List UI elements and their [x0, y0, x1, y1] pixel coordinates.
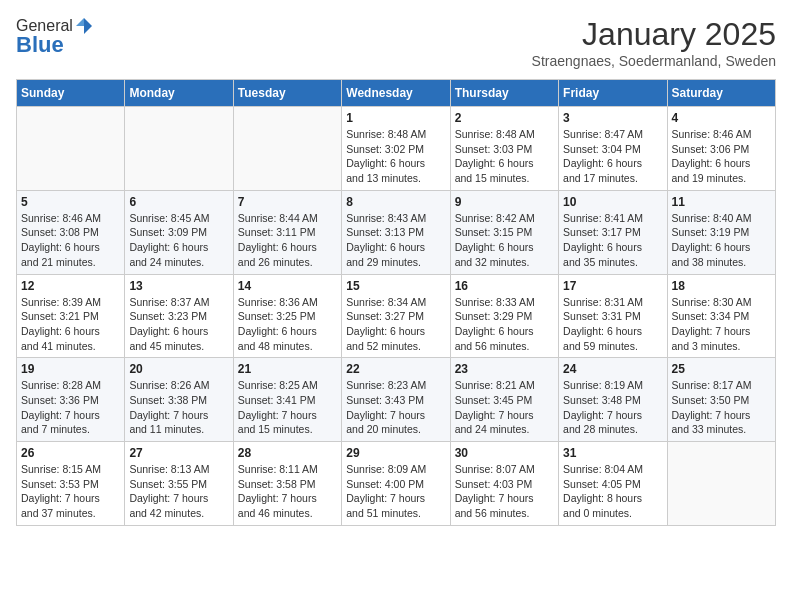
calendar-cell: 20Sunrise: 8:26 AMSunset: 3:38 PMDayligh…	[125, 358, 233, 442]
calendar-cell: 13Sunrise: 8:37 AMSunset: 3:23 PMDayligh…	[125, 274, 233, 358]
day-number: 5	[21, 195, 120, 209]
calendar-cell: 1Sunrise: 8:48 AMSunset: 3:02 PMDaylight…	[342, 107, 450, 191]
weekday-header-sunday: Sunday	[17, 80, 125, 107]
day-number: 8	[346, 195, 445, 209]
calendar-cell: 8Sunrise: 8:43 AMSunset: 3:13 PMDaylight…	[342, 190, 450, 274]
svg-marker-1	[76, 18, 84, 26]
day-number: 10	[563, 195, 662, 209]
calendar-cell: 23Sunrise: 8:21 AMSunset: 3:45 PMDayligh…	[450, 358, 558, 442]
day-info: Sunrise: 8:25 AMSunset: 3:41 PMDaylight:…	[238, 378, 337, 437]
weekday-header-tuesday: Tuesday	[233, 80, 341, 107]
day-number: 12	[21, 279, 120, 293]
calendar-cell: 18Sunrise: 8:30 AMSunset: 3:34 PMDayligh…	[667, 274, 775, 358]
day-number: 28	[238, 446, 337, 460]
day-info: Sunrise: 8:47 AMSunset: 3:04 PMDaylight:…	[563, 127, 662, 186]
day-number: 14	[238, 279, 337, 293]
day-info: Sunrise: 8:42 AMSunset: 3:15 PMDaylight:…	[455, 211, 554, 270]
day-info: Sunrise: 8:23 AMSunset: 3:43 PMDaylight:…	[346, 378, 445, 437]
day-number: 23	[455, 362, 554, 376]
calendar-week-5: 26Sunrise: 8:15 AMSunset: 3:53 PMDayligh…	[17, 442, 776, 526]
day-number: 15	[346, 279, 445, 293]
day-number: 24	[563, 362, 662, 376]
day-info: Sunrise: 8:40 AMSunset: 3:19 PMDaylight:…	[672, 211, 771, 270]
day-info: Sunrise: 8:46 AMSunset: 3:06 PMDaylight:…	[672, 127, 771, 186]
month-title: January 2025	[532, 16, 776, 53]
day-number: 19	[21, 362, 120, 376]
day-info: Sunrise: 8:15 AMSunset: 3:53 PMDaylight:…	[21, 462, 120, 521]
day-info: Sunrise: 8:36 AMSunset: 3:25 PMDaylight:…	[238, 295, 337, 354]
day-info: Sunrise: 8:39 AMSunset: 3:21 PMDaylight:…	[21, 295, 120, 354]
day-info: Sunrise: 8:34 AMSunset: 3:27 PMDaylight:…	[346, 295, 445, 354]
calendar-cell: 14Sunrise: 8:36 AMSunset: 3:25 PMDayligh…	[233, 274, 341, 358]
day-number: 1	[346, 111, 445, 125]
day-info: Sunrise: 8:26 AMSunset: 3:38 PMDaylight:…	[129, 378, 228, 437]
day-info: Sunrise: 8:30 AMSunset: 3:34 PMDaylight:…	[672, 295, 771, 354]
day-number: 9	[455, 195, 554, 209]
day-info: Sunrise: 8:41 AMSunset: 3:17 PMDaylight:…	[563, 211, 662, 270]
day-info: Sunrise: 8:19 AMSunset: 3:48 PMDaylight:…	[563, 378, 662, 437]
day-number: 26	[21, 446, 120, 460]
calendar-header: SundayMondayTuesdayWednesdayThursdayFrid…	[17, 80, 776, 107]
day-info: Sunrise: 8:09 AMSunset: 4:00 PMDaylight:…	[346, 462, 445, 521]
calendar-cell	[125, 107, 233, 191]
calendar-cell: 25Sunrise: 8:17 AMSunset: 3:50 PMDayligh…	[667, 358, 775, 442]
logo-blue-text: Blue	[16, 32, 64, 58]
calendar-cell: 26Sunrise: 8:15 AMSunset: 3:53 PMDayligh…	[17, 442, 125, 526]
day-number: 31	[563, 446, 662, 460]
calendar-table: SundayMondayTuesdayWednesdayThursdayFrid…	[16, 79, 776, 526]
day-info: Sunrise: 8:45 AMSunset: 3:09 PMDaylight:…	[129, 211, 228, 270]
calendar-week-3: 12Sunrise: 8:39 AMSunset: 3:21 PMDayligh…	[17, 274, 776, 358]
weekday-header-friday: Friday	[559, 80, 667, 107]
title-block: January 2025 Straengnaes, Soedermanland,…	[532, 16, 776, 69]
calendar-cell: 19Sunrise: 8:28 AMSunset: 3:36 PMDayligh…	[17, 358, 125, 442]
day-info: Sunrise: 8:07 AMSunset: 4:03 PMDaylight:…	[455, 462, 554, 521]
day-number: 6	[129, 195, 228, 209]
calendar-cell: 22Sunrise: 8:23 AMSunset: 3:43 PMDayligh…	[342, 358, 450, 442]
calendar-cell: 16Sunrise: 8:33 AMSunset: 3:29 PMDayligh…	[450, 274, 558, 358]
svg-marker-0	[84, 18, 92, 34]
day-number: 17	[563, 279, 662, 293]
day-info: Sunrise: 8:28 AMSunset: 3:36 PMDaylight:…	[21, 378, 120, 437]
day-number: 30	[455, 446, 554, 460]
calendar-cell	[667, 442, 775, 526]
day-info: Sunrise: 8:31 AMSunset: 3:31 PMDaylight:…	[563, 295, 662, 354]
day-number: 21	[238, 362, 337, 376]
calendar-cell: 30Sunrise: 8:07 AMSunset: 4:03 PMDayligh…	[450, 442, 558, 526]
logo-icon	[74, 16, 94, 36]
calendar-cell: 28Sunrise: 8:11 AMSunset: 3:58 PMDayligh…	[233, 442, 341, 526]
day-number: 13	[129, 279, 228, 293]
day-info: Sunrise: 8:04 AMSunset: 4:05 PMDaylight:…	[563, 462, 662, 521]
day-number: 3	[563, 111, 662, 125]
day-number: 11	[672, 195, 771, 209]
day-info: Sunrise: 8:37 AMSunset: 3:23 PMDaylight:…	[129, 295, 228, 354]
page-header: General Blue January 2025 Straengnaes, S…	[16, 16, 776, 69]
day-info: Sunrise: 8:13 AMSunset: 3:55 PMDaylight:…	[129, 462, 228, 521]
calendar-cell: 9Sunrise: 8:42 AMSunset: 3:15 PMDaylight…	[450, 190, 558, 274]
day-info: Sunrise: 8:44 AMSunset: 3:11 PMDaylight:…	[238, 211, 337, 270]
weekday-header-wednesday: Wednesday	[342, 80, 450, 107]
calendar-cell: 4Sunrise: 8:46 AMSunset: 3:06 PMDaylight…	[667, 107, 775, 191]
weekday-header-saturday: Saturday	[667, 80, 775, 107]
calendar-cell: 27Sunrise: 8:13 AMSunset: 3:55 PMDayligh…	[125, 442, 233, 526]
calendar-cell	[17, 107, 125, 191]
day-number: 27	[129, 446, 228, 460]
day-number: 16	[455, 279, 554, 293]
day-info: Sunrise: 8:48 AMSunset: 3:03 PMDaylight:…	[455, 127, 554, 186]
day-info: Sunrise: 8:17 AMSunset: 3:50 PMDaylight:…	[672, 378, 771, 437]
calendar-cell: 15Sunrise: 8:34 AMSunset: 3:27 PMDayligh…	[342, 274, 450, 358]
day-number: 25	[672, 362, 771, 376]
day-number: 18	[672, 279, 771, 293]
calendar-week-2: 5Sunrise: 8:46 AMSunset: 3:08 PMDaylight…	[17, 190, 776, 274]
day-info: Sunrise: 8:11 AMSunset: 3:58 PMDaylight:…	[238, 462, 337, 521]
day-number: 4	[672, 111, 771, 125]
calendar-cell: 12Sunrise: 8:39 AMSunset: 3:21 PMDayligh…	[17, 274, 125, 358]
calendar-cell: 11Sunrise: 8:40 AMSunset: 3:19 PMDayligh…	[667, 190, 775, 274]
calendar-week-1: 1Sunrise: 8:48 AMSunset: 3:02 PMDaylight…	[17, 107, 776, 191]
calendar-cell: 3Sunrise: 8:47 AMSunset: 3:04 PMDaylight…	[559, 107, 667, 191]
day-number: 20	[129, 362, 228, 376]
weekday-header-thursday: Thursday	[450, 80, 558, 107]
day-info: Sunrise: 8:43 AMSunset: 3:13 PMDaylight:…	[346, 211, 445, 270]
calendar-cell: 17Sunrise: 8:31 AMSunset: 3:31 PMDayligh…	[559, 274, 667, 358]
calendar-cell: 21Sunrise: 8:25 AMSunset: 3:41 PMDayligh…	[233, 358, 341, 442]
calendar-cell: 10Sunrise: 8:41 AMSunset: 3:17 PMDayligh…	[559, 190, 667, 274]
